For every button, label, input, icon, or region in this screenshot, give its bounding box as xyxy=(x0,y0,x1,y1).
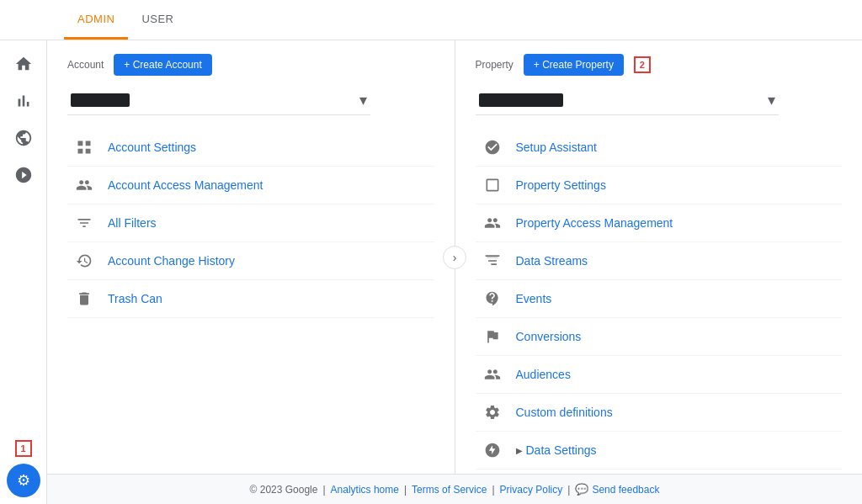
menu-item-data-settings[interactable]: ▶ Data Settings xyxy=(476,432,843,470)
separator-2: | xyxy=(404,484,407,496)
audiences-label: Audiences xyxy=(516,368,571,381)
check-circle-icon xyxy=(482,137,503,157)
content-area: Account + Create Account ▾ Account Setti… xyxy=(47,40,862,504)
footer: © 2023 Google | Analytics home | Terms o… xyxy=(47,474,862,504)
privacy-policy-link[interactable]: Privacy Policy xyxy=(500,484,563,496)
sidebar-explore-icon[interactable] xyxy=(7,121,40,155)
menu-item-trash-can[interactable]: Trash Can xyxy=(67,280,434,318)
property-value xyxy=(479,93,563,107)
menu-item-data-import[interactable]: Data Import xyxy=(476,470,843,474)
analytics-home-link[interactable]: Analytics home xyxy=(331,484,399,496)
menu-item-account-access[interactable]: Account Access Management xyxy=(67,167,434,204)
grid-icon xyxy=(74,137,94,157)
custom-icon xyxy=(482,402,503,422)
sidebar-advertising-icon[interactable] xyxy=(7,158,40,192)
data-settings-label: Data Settings xyxy=(526,443,597,457)
annotation-box-1: 1 xyxy=(15,440,32,457)
settings-button[interactable]: ⚙ xyxy=(7,464,40,497)
expand-triangle-icon: ▶ xyxy=(516,446,523,455)
account-settings-label: Account Settings xyxy=(108,141,196,154)
sidebar-bottom: 1 ⚙ xyxy=(7,440,40,497)
flag-icon xyxy=(482,326,503,347)
trash-can-label: Trash Can xyxy=(108,292,162,305)
all-filters-label: All Filters xyxy=(108,216,157,230)
menu-item-setup-assistant[interactable]: Setup Assistant xyxy=(476,129,843,167)
tab-admin[interactable]: ADMIN xyxy=(64,1,128,40)
square-icon xyxy=(482,175,503,195)
menu-item-change-history[interactable]: Account Change History xyxy=(67,242,434,280)
events-icon xyxy=(482,289,503,309)
nav-tabs: ADMIN USER xyxy=(64,1,188,40)
property-access-label: Property Access Management xyxy=(516,216,673,230)
menu-item-custom-definitions[interactable]: Custom definitions xyxy=(476,394,843,432)
property-dropdown-arrow: ▾ xyxy=(768,91,775,109)
copyright-text: © 2023 Google xyxy=(250,484,318,496)
main-layout: 1 ⚙ Account + Create Account ▾ xyxy=(0,40,862,504)
property-header: Property + Create Property 2 xyxy=(476,54,843,76)
create-account-button[interactable]: + Create Account xyxy=(114,54,211,76)
separator-1: | xyxy=(322,484,325,496)
menu-item-audiences[interactable]: Audiences xyxy=(476,356,843,394)
account-label: Account xyxy=(67,59,104,71)
trash-icon xyxy=(74,289,94,309)
terms-of-service-link[interactable]: Terms of Service xyxy=(412,484,487,496)
account-access-label: Account Access Management xyxy=(108,178,263,192)
sidebar-home-icon[interactable] xyxy=(7,47,40,81)
property-column: Property + Create Property 2 ▾ Setup Ass… xyxy=(455,40,863,474)
menu-item-conversions[interactable]: Conversions xyxy=(476,318,843,356)
filter-icon xyxy=(74,213,94,233)
audiences-icon xyxy=(482,364,503,385)
streams-icon xyxy=(482,251,503,271)
people-icon xyxy=(74,175,94,195)
feedback-icon: 💬 xyxy=(575,483,588,496)
tab-user[interactable]: USER xyxy=(128,1,187,40)
data-streams-label: Data Streams xyxy=(516,254,588,268)
menu-item-property-settings[interactable]: Property Settings xyxy=(476,167,843,204)
account-dropdown[interactable]: ▾ xyxy=(67,86,370,115)
account-value xyxy=(71,93,130,107)
gear-icon: ⚙ xyxy=(17,471,30,490)
property-settings-label: Property Settings xyxy=(516,178,606,192)
setup-assistant-label: Setup Assistant xyxy=(516,141,598,154)
expand-arrow[interactable]: › xyxy=(443,246,466,269)
property-label: Property xyxy=(476,59,513,71)
account-header: Account + Create Account xyxy=(67,54,434,76)
annotation-box-2: 2 xyxy=(634,56,651,73)
top-navigation: ADMIN USER xyxy=(0,0,862,40)
property-dropdown[interactable]: ▾ xyxy=(476,86,779,115)
menu-item-events[interactable]: Events xyxy=(476,280,843,318)
history-icon xyxy=(74,251,94,271)
data-settings-icon xyxy=(482,440,503,460)
menu-item-data-streams[interactable]: Data Streams xyxy=(476,242,843,280)
people-property-icon xyxy=(482,213,503,233)
separator-3: | xyxy=(492,484,494,496)
account-dropdown-arrow: ▾ xyxy=(359,91,367,109)
separator-4: | xyxy=(567,484,570,496)
menu-item-property-access[interactable]: Property Access Management xyxy=(476,204,843,242)
data-settings-expand: ▶ Data Settings xyxy=(516,443,597,457)
menu-item-account-settings[interactable]: Account Settings xyxy=(67,129,434,167)
conversions-label: Conversions xyxy=(516,330,582,343)
menu-item-all-filters[interactable]: All Filters xyxy=(67,204,434,242)
admin-columns: Account + Create Account ▾ Account Setti… xyxy=(47,40,862,474)
custom-definitions-label: Custom definitions xyxy=(516,406,613,419)
account-column: Account + Create Account ▾ Account Setti… xyxy=(47,40,455,474)
send-feedback-link[interactable]: Send feedback xyxy=(592,484,659,496)
events-label: Events xyxy=(516,292,552,305)
create-property-button[interactable]: + Create Property xyxy=(524,54,624,76)
change-history-label: Account Change History xyxy=(108,254,235,268)
sidebar-reports-icon[interactable] xyxy=(7,84,40,118)
sidebar: 1 ⚙ xyxy=(0,40,47,504)
